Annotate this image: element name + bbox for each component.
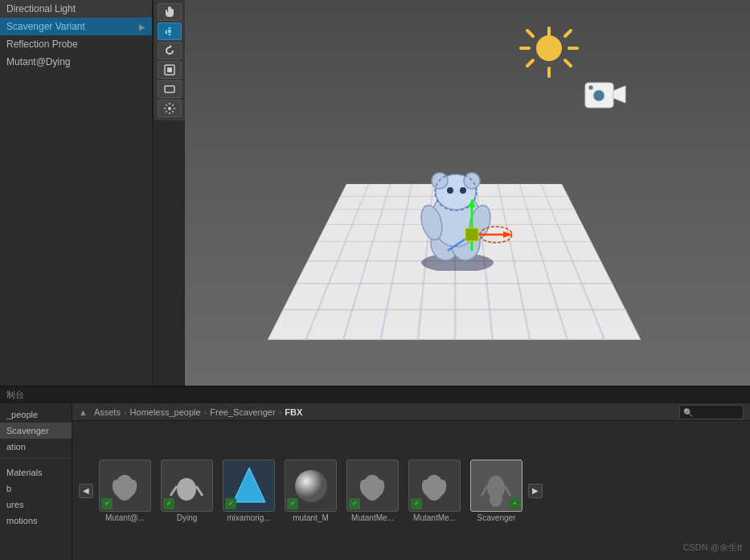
asset-left-panel: _people Scavenger ation Materials b ures…	[0, 403, 72, 560]
svg-point-13	[537, 36, 561, 60]
asset-add-icon: +	[509, 498, 520, 509]
svg-line-57	[170, 486, 177, 496]
svg-line-71	[482, 486, 487, 496]
asset-check-icon: ✓	[225, 498, 236, 509]
asset-panel-scavenger[interactable]: Scavenger	[0, 423, 72, 439]
status-bar: 制台	[0, 386, 750, 403]
sidebar-item-directional-light[interactable]: Directional Light	[0, 0, 152, 18]
asset-panel-ation[interactable]: ation	[0, 439, 72, 455]
asset-name-label: mixamorig...	[220, 513, 277, 522]
sidebar-item-scavenger-variant[interactable]: Scavenger Variant ▶	[0, 18, 152, 35]
svg-rect-2	[167, 67, 172, 72]
breadcrumb-up-icon[interactable]: ▲	[79, 407, 88, 417]
svg-line-23	[519, 184, 568, 341]
asset-check-icon: ✓	[411, 498, 422, 509]
asset-check-icon: ✓	[101, 498, 113, 509]
svg-line-11	[565, 31, 571, 36]
svg-line-10	[565, 60, 571, 66]
asset-check-icon: ✓	[163, 498, 174, 509]
svg-rect-49	[465, 228, 478, 241]
asset-item-mutant-m[interactable]: ✓ mutant_M	[281, 458, 341, 524]
breadcrumb-bar: ▲ Assets › Homeless_people › Free_Scaven…	[72, 403, 750, 421]
breadcrumb-fbx[interactable]: FBX	[285, 407, 302, 417]
transform-gizmo	[432, 194, 512, 261]
svg-rect-3	[165, 86, 174, 92]
settings-tool-button[interactable]	[158, 100, 182, 117]
asset-item-scavenger[interactable]: + Scavenger	[466, 458, 527, 524]
asset-panel-people[interactable]: _people	[0, 407, 72, 423]
camera-icon	[581, 76, 621, 108]
svg-point-15	[588, 85, 593, 90]
asset-item-mutantme-2[interactable]: ✓ MutantMe...	[404, 458, 465, 524]
transform-toolbar	[153, 0, 185, 121]
sidebar-item-mutant-dying[interactable]: Mutant@Dying	[0, 53, 152, 71]
asset-item-mutantme-1[interactable]: ✓ MutantMe...	[342, 458, 403, 524]
svg-line-12	[527, 60, 533, 66]
hand-tool-button[interactable]	[158, 3, 182, 21]
watermark: CSDN @余生tt	[682, 542, 742, 554]
svg-marker-59	[233, 468, 265, 502]
status-label: 制台	[6, 389, 24, 401]
scale-tool-button[interactable]	[158, 61, 182, 79]
asset-thumb-mutant-dying: ✓	[99, 460, 151, 512]
breadcrumb-assets[interactable]: Assets	[94, 407, 121, 417]
breadcrumb-free-scavenger[interactable]: Free_Scavenger	[210, 407, 275, 417]
asset-thumb-mutant-m: ✓	[285, 460, 337, 512]
asset-item-dying[interactable]: ✓ Dying	[157, 458, 217, 524]
svg-point-40	[460, 187, 466, 194]
expand-arrow-icon: ▶	[139, 22, 145, 31]
asset-nav-prev[interactable]: ◀	[79, 484, 93, 498]
svg-point-38	[464, 173, 480, 189]
asset-nav-next[interactable]: ▶	[528, 484, 543, 498]
asset-panel-b[interactable]: b	[0, 480, 72, 497]
asset-thumb-mutantme-1: ✓	[346, 460, 399, 512]
svg-point-60	[295, 470, 327, 502]
svg-marker-45	[469, 198, 475, 207]
asset-check-icon: ✓	[287, 498, 298, 509]
asset-item-mixamorig[interactable]: ✓ mixamorig...	[219, 458, 279, 524]
asset-check-icon: ✓	[349, 498, 360, 509]
svg-point-14	[593, 90, 605, 101]
svg-line-72	[505, 486, 510, 496]
asset-thumb-dying: ✓	[161, 460, 213, 512]
scene-hierarchy: Directional Light Scavenger Variant ▶ Re…	[0, 0, 153, 386]
sun-icon	[517, 24, 573, 80]
svg-line-17	[342, 184, 390, 341]
breadcrumb-homeless-people[interactable]: Homeless_people	[130, 407, 201, 417]
asset-name-label: MutantMe...	[344, 513, 401, 522]
asset-search-input[interactable]	[679, 405, 744, 419]
sidebar-item-reflection-probe[interactable]: Reflection Probe	[0, 35, 152, 53]
asset-thumb-mixamorig: ✓	[223, 460, 275, 512]
asset-name-label: mutant_M	[282, 513, 339, 522]
3d-viewport[interactable]	[185, 0, 750, 386]
asset-name-label: Dying	[158, 513, 215, 522]
svg-rect-0	[168, 30, 171, 33]
svg-point-4	[168, 107, 171, 110]
asset-panel-ures[interactable]: ures	[0, 497, 72, 513]
asset-panel-motions[interactable]: motions	[0, 513, 72, 529]
asset-panel-materials[interactable]: Materials	[0, 464, 72, 480]
svg-line-9	[527, 31, 533, 36]
asset-name-label: MutantMe...	[406, 513, 463, 522]
asset-name-label: Scavenger	[468, 513, 525, 522]
rotate-tool-button[interactable]	[158, 42, 182, 59]
svg-point-73	[490, 491, 502, 507]
asset-item-mutant-dying[interactable]: ✓ Mutant@...	[95, 458, 155, 524]
rect-tool-button[interactable]	[158, 80, 182, 98]
svg-point-39	[447, 187, 453, 194]
asset-thumb-mutantme-2: ✓	[408, 460, 461, 512]
svg-point-55	[177, 478, 196, 501]
asset-thumbnails: ◀ ✓ Mutant@... ✓ Dying	[72, 421, 750, 560]
move-tool-button[interactable]	[158, 22, 182, 40]
asset-name-label: Mutant@...	[96, 513, 154, 522]
svg-line-58	[196, 486, 203, 496]
asset-thumb-scavenger: +	[470, 460, 523, 512]
